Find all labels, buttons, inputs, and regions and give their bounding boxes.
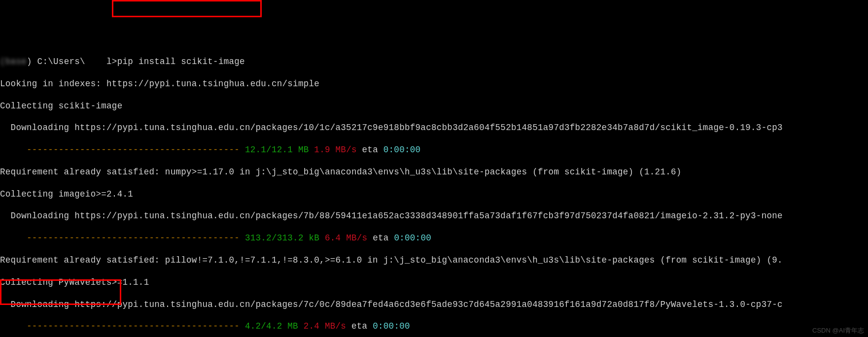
progress-line: ----------------------------------------… xyxy=(0,321,868,332)
env-prefix: (base xyxy=(0,57,27,67)
output-line: Requirement already satisfied: pillow!=7… xyxy=(0,255,868,266)
output-line: Looking in indexes: https://pypi.tuna.ts… xyxy=(0,78,868,89)
prompt-path: ) C:\Users\ xyxy=(27,57,85,67)
output-line: Downloading https://pypi.tuna.tsinghua.e… xyxy=(0,299,868,310)
highlight-box-command xyxy=(112,0,262,17)
output-line: Requirement already satisfied: numpy>=1.… xyxy=(0,167,868,177)
prompt-line[interactable]: (base) C:\Users\ l>pip install scikit-im… xyxy=(0,56,868,67)
progress-bar: ---------------------------------------- xyxy=(0,321,245,331)
progress-size: 313.2/313.2 kB xyxy=(245,233,319,243)
progress-bar: ---------------------------------------- xyxy=(0,233,245,243)
prompt-end: l> xyxy=(106,57,117,67)
eta-value: 0:00:00 xyxy=(394,233,431,243)
progress-line: ----------------------------------------… xyxy=(0,144,868,155)
progress-size: 12.1/12.1 MB xyxy=(245,145,309,155)
progress-speed: 1.9 MB/s xyxy=(314,145,356,155)
username-blur xyxy=(85,57,106,67)
progress-speed: 2.4 MB/s xyxy=(304,321,346,331)
watermark-text: CSDN @AI青年志 xyxy=(812,327,864,335)
output-line: Collecting scikit-image xyxy=(0,101,868,111)
progress-speed: 6.4 MB/s xyxy=(325,233,367,243)
progress-line: ----------------------------------------… xyxy=(0,233,868,243)
eta-label: eta xyxy=(357,145,383,155)
output-line: Collecting imageio>=2.4.1 xyxy=(0,189,868,200)
output-line: Collecting PyWavelets>=1.1.1 xyxy=(0,277,868,288)
progress-size: 4.2/4.2 MB xyxy=(245,321,298,331)
output-line: Downloading https://pypi.tuna.tsinghua.e… xyxy=(0,210,868,221)
command-text: pip install scikit-image xyxy=(117,57,245,67)
eta-label: eta xyxy=(346,321,373,331)
terminal-output: (base) C:\Users\ l>pip install scikit-im… xyxy=(0,44,868,337)
eta-value: 0:00:00 xyxy=(373,321,410,331)
eta-value: 0:00:00 xyxy=(383,145,421,155)
progress-bar: ---------------------------------------- xyxy=(0,145,245,155)
eta-label: eta xyxy=(367,233,394,243)
output-line: Downloading https://pypi.tuna.tsinghua.e… xyxy=(0,122,868,133)
